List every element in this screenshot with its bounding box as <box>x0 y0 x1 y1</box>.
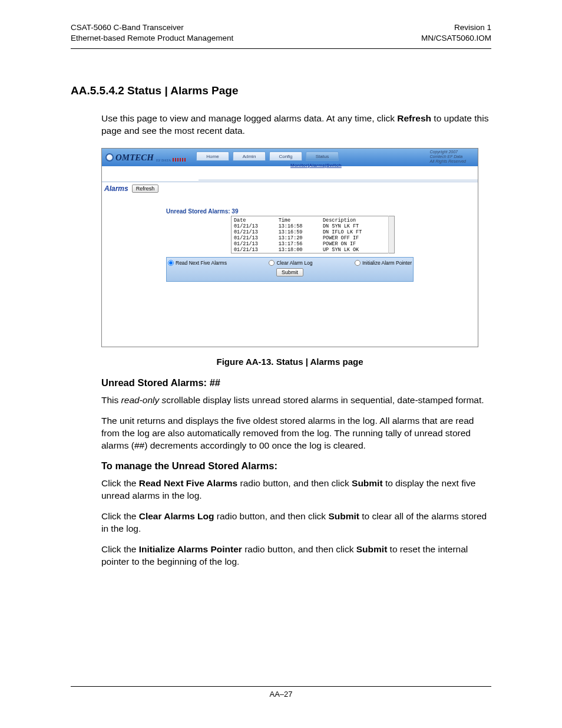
action-bar: Read Next Five Alarms Clear Alarm Log In… <box>166 257 414 282</box>
table-row: 01/21/1313:18:00UP SYN LK OK <box>232 247 395 253</box>
intro-pre: Use this page to view and manage logged … <box>101 113 397 123</box>
radio-read-next-label: Read Next Five Alarms <box>176 260 227 266</box>
header-right-line1: Revision 1 <box>421 22 491 33</box>
alarms-log-table: Date Time Description 01/21/1313:16:58DN… <box>231 216 395 253</box>
italic-text: read-only s <box>121 395 167 405</box>
table-row: 01/21/1313:16:59DN IFLO LK FT <box>232 229 395 235</box>
header-right-line2: MN/CSAT5060.IOM <box>421 33 491 44</box>
unread-paragraph-2: The unit returns and displays the five o… <box>101 415 491 452</box>
col-time: Time <box>276 216 320 224</box>
heading-unread-stored-alarms: Unread Stored Alarms: ## <box>101 377 491 388</box>
radio-init-pointer[interactable]: Initialize Alarm Pointer <box>355 260 412 266</box>
radio-clear-log-input[interactable] <box>269 260 275 266</box>
heading-manage-alarms: To manage the Unread Stored Alarms: <box>101 460 491 472</box>
brand-logo: OMTECH EF DATA <box>105 152 187 163</box>
refresh-button[interactable]: Refresh <box>132 185 159 193</box>
radio-clear-log[interactable]: Clear Alarm Log <box>269 260 312 266</box>
col-description: Description <box>320 216 389 224</box>
table-row: 01/21/1313:17:20POWER OFF IF <box>232 235 395 241</box>
copyright-line1: Copyright 2007 <box>430 150 466 154</box>
subnav-monitor[interactable]: Monitor <box>290 163 308 168</box>
log-header-row: Date Time Description <box>232 216 395 224</box>
footer-rule <box>71 686 491 687</box>
subnav-switch[interactable]: Switch <box>326 163 342 168</box>
logo-text: OMTECH <box>115 153 154 163</box>
copyright-line3: All Rights Reserved <box>430 159 466 164</box>
topbar: OMTECH EF DATA Home Admin Config Status … <box>102 149 478 166</box>
tab-status[interactable]: Status <box>306 151 339 161</box>
tab-config[interactable]: Config <box>269 151 302 161</box>
subnav-alarms[interactable]: Alarms <box>309 163 325 168</box>
radio-read-next-input[interactable] <box>168 260 174 266</box>
submit-button[interactable]: Submit <box>276 268 303 276</box>
copyright: Copyright 2007 Comtech EF Data All Right… <box>430 150 466 163</box>
copyright-line2: Comtech EF Data <box>430 154 466 159</box>
table-row: 01/21/1313:16:58DN SYN LK FT <box>232 223 395 229</box>
subnav: Monitor|Alarms|Switch <box>290 163 342 168</box>
header-rule <box>71 48 491 49</box>
manage-paragraph-1: Click the Read Next Five Alarms radio bu… <box>101 477 491 502</box>
unread-paragraph-1: This read-only scrollable display lists … <box>101 394 491 407</box>
globe-icon <box>105 153 114 162</box>
alarms-panel: Unread Stored Alarms: 39 Date Time Descr… <box>166 208 414 282</box>
manage-paragraph-2: Click the Clear Alarms Log radio button,… <box>101 510 491 535</box>
header-left-line2: Ethernet-based Remote Product Management <box>71 33 233 44</box>
logo-bars-icon <box>173 158 187 162</box>
radio-clear-log-label: Clear Alarm Log <box>276 260 312 266</box>
alarms-label: Alarms <box>104 185 128 193</box>
radio-init-pointer-label: Initialize Alarm Pointer <box>362 260 412 266</box>
radio-init-pointer-input[interactable] <box>355 260 361 266</box>
alarms-bar: Alarms Refresh <box>102 182 478 194</box>
intro-bold: Refresh <box>397 113 431 123</box>
logo-subtext: EF DATA <box>156 159 171 162</box>
intro-paragraph: Use this page to view and manage logged … <box>101 113 491 137</box>
tab-admin[interactable]: Admin <box>233 151 266 161</box>
tab-home[interactable]: Home <box>196 151 229 161</box>
header-left-line1: CSAT-5060 C-Band Transceiver <box>71 22 233 33</box>
table-row: 01/21/1313:17:56POWER ON IF <box>232 241 395 247</box>
radio-read-next[interactable]: Read Next Five Alarms <box>168 260 227 266</box>
nav-tabs: Home Admin Config Status <box>196 151 342 161</box>
page-number: AA–27 <box>0 690 562 699</box>
divider-lines <box>199 180 478 182</box>
scrollbar[interactable] <box>389 216 395 253</box>
page-header: CSAT-5060 C-Band Transceiver Ethernet-ba… <box>71 22 491 44</box>
figure-screenshot: OMTECH EF DATA Home Admin Config Status … <box>101 148 478 347</box>
panel-title: Unread Stored Alarms: 39 <box>166 208 414 215</box>
figure-caption: Figure AA-13. Status | Alarms page <box>101 357 478 367</box>
manage-paragraph-3: Click the Initialize Alarms Pointer radi… <box>101 543 491 568</box>
col-date: Date <box>232 216 276 224</box>
section-heading: AA.5.5.4.2 Status | Alarms Page <box>71 84 491 97</box>
